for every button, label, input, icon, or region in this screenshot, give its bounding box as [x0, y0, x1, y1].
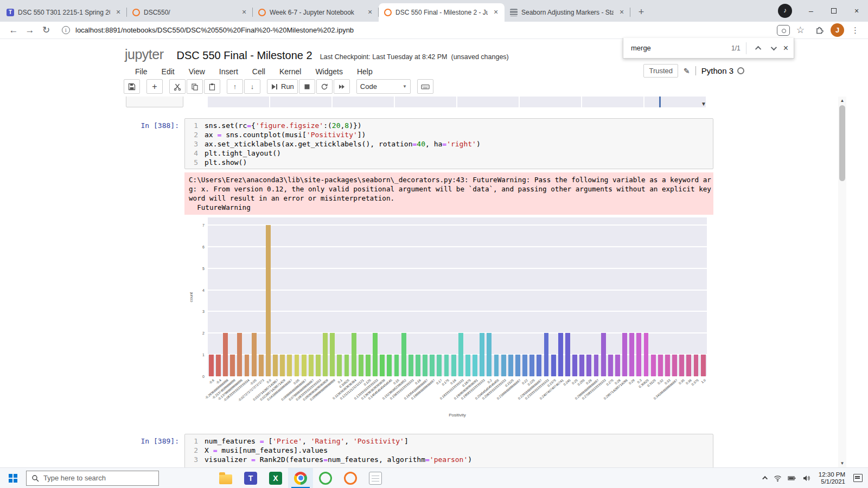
address-bar[interactable]: localhost:8891/notebooks/DSC550/DSC%2055… [54, 23, 809, 38]
menu-file[interactable]: File [129, 65, 154, 78]
network-wifi-icon[interactable] [774, 474, 782, 482]
site-info-icon[interactable] [62, 26, 70, 34]
count-bar [473, 355, 477, 376]
window-maximize-button[interactable] [822, 2, 845, 20]
tab-close-icon[interactable]: × [114, 8, 123, 17]
paste-cell-button[interactable] [204, 79, 220, 94]
count-bar [323, 333, 328, 376]
taskbar-app-file-explorer[interactable] [213, 468, 238, 488]
battery-icon[interactable] [788, 474, 796, 482]
find-next-icon[interactable] [770, 44, 776, 50]
taskbar-app-jupyter[interactable] [338, 468, 363, 488]
notebook-title[interactable]: DSC 550 Final - Milestone 2 [177, 49, 312, 62]
move-cell-up-button[interactable]: ↑ [227, 79, 243, 94]
menu-insert[interactable]: Insert [213, 65, 244, 78]
taskbar-app-teams[interactable] [238, 468, 263, 488]
count-bar [579, 355, 584, 376]
menu-cell[interactable]: Cell [246, 65, 271, 78]
extensions-puzzle-icon[interactable] [814, 25, 824, 35]
window-minimize-button[interactable]: – [800, 2, 822, 20]
browser-tab[interactable]: Seaborn Adjusting Markers - Sta× [505, 3, 630, 22]
browser-tab[interactable]: DSC 550 Final - Milestone 2 - Jup× [379, 3, 505, 22]
page-scrollbar[interactable]: ▲ ▼ [838, 97, 846, 467]
start-button[interactable] [0, 468, 26, 488]
count-bar [252, 333, 257, 376]
restart-kernel-button[interactable] [316, 79, 333, 94]
restart-run-all-button[interactable] [334, 79, 350, 94]
taskbar-app-anaconda[interactable] [313, 468, 338, 488]
volume-icon[interactable] [802, 474, 810, 482]
x-tick-label: 0.32 [657, 378, 664, 385]
kernel-name: Python 3 [701, 66, 733, 75]
code-line: 1num_features = ['Price', 'Rating', 'Pos… [187, 436, 711, 446]
menu-help[interactable]: Help [351, 65, 379, 78]
count-bar [487, 333, 492, 376]
trusted-badge[interactable]: Trusted [643, 64, 678, 78]
output-collapse-caret-icon[interactable]: ▼ [701, 101, 706, 107]
tray-expand-icon[interactable] [762, 476, 768, 481]
x-tick-label: 0.255 [577, 378, 585, 386]
profile-avatar[interactable]: J [831, 23, 844, 37]
x-tick-label: 0.275 [605, 378, 614, 386]
cell-type-dropdown[interactable]: Code ▼ [356, 79, 411, 94]
menu-view[interactable]: View [183, 65, 211, 78]
find-close-icon[interactable]: × [783, 43, 788, 53]
bookmark-star-icon[interactable]: ☆ [796, 24, 805, 36]
address-bar-tool-icon[interactable] [777, 25, 790, 36]
scrollbar-thumb[interactable] [839, 105, 845, 181]
code-line: 2X = musi[num_features].values [187, 446, 711, 455]
taskbar-clock[interactable]: 12:30 PM 5/1/2021 [816, 471, 847, 485]
code-token: , [302, 437, 311, 445]
browser-tab[interactable]: Week 6-7 - Jupyter Notebook× [253, 3, 379, 22]
browser-tab[interactable]: DSC 550 T301 2215-1 Spring 202× [1, 3, 127, 22]
run-cell-button[interactable]: Run [267, 79, 298, 94]
count-bar [658, 355, 663, 376]
move-cell-down-button[interactable]: ↓ [244, 79, 260, 94]
media-controls-icon[interactable]: ♪ [778, 4, 792, 18]
insert-cell-button[interactable]: + [146, 79, 163, 94]
notebook-scroll-area[interactable]: ▼ In [388]: 1sns.set(rc={'figure.figsize… [0, 97, 838, 467]
scroll-down-arrow-icon[interactable]: ▼ [838, 459, 846, 467]
window-close-button[interactable]: × [845, 2, 868, 20]
save-button[interactable] [124, 79, 140, 94]
code-line: 2ax = sns.countplot(musi['Positivity']) [187, 130, 711, 139]
count-bar [230, 355, 235, 376]
code-cell-389[interactable]: 1num_features = ['Price', 'Rating', 'Pos… [184, 434, 713, 467]
tab-close-icon[interactable]: × [366, 8, 374, 17]
menu-edit[interactable]: Edit [156, 65, 181, 78]
taskbar-app-chrome[interactable] [288, 468, 313, 488]
menu-widgets[interactable]: Widgets [309, 65, 349, 78]
y-tick-label: 5 [195, 267, 205, 271]
browser-menu-icon[interactable]: ⋮ [851, 25, 859, 35]
copy-cell-button[interactable] [187, 79, 203, 94]
find-input[interactable]: merge [631, 44, 731, 52]
menu-kernel[interactable]: Kernel [273, 65, 307, 78]
taskbar-app-notepad[interactable] [363, 468, 388, 488]
code-token: :( [323, 121, 332, 130]
code-cell-388[interactable]: 1sns.set(rc={'figure.figsize':(20,8)})2a… [184, 118, 713, 169]
find-previous-icon[interactable] [755, 46, 761, 52]
reload-button[interactable]: ↻ [38, 24, 54, 36]
interrupt-kernel-button[interactable] [299, 79, 315, 94]
tab-close-icon[interactable]: × [240, 8, 248, 17]
browser-navbar: ← → ↻ localhost:8891/notebooks/DSC550/DS… [0, 22, 868, 39]
command-palette-button[interactable] [417, 79, 433, 94]
count-bar [694, 355, 699, 376]
taskbar-app-excel[interactable] [263, 468, 288, 488]
action-center-icon[interactable] [853, 474, 863, 482]
scroll-up-arrow-icon[interactable]: ▲ [838, 97, 846, 105]
cut-cell-button[interactable] [169, 79, 186, 94]
run-icon [271, 83, 278, 91]
forward-button[interactable]: → [22, 25, 38, 36]
jupyter-logo[interactable]: jupyter [124, 42, 169, 62]
tab-close-icon[interactable]: × [617, 8, 626, 17]
count-bar [330, 333, 335, 376]
new-tab-button[interactable]: + [634, 5, 649, 20]
tab-close-icon[interactable]: × [492, 8, 500, 17]
url-text[interactable]: localhost:8891/notebooks/DSC550/DSC%2055… [75, 26, 354, 34]
back-button[interactable]: ← [5, 25, 22, 36]
count-bar [494, 355, 499, 376]
browser-tab[interactable]: DSC550/× [127, 3, 253, 22]
code-token: 20 [332, 121, 341, 130]
taskbar-search-box[interactable]: Type here to search [26, 471, 159, 486]
